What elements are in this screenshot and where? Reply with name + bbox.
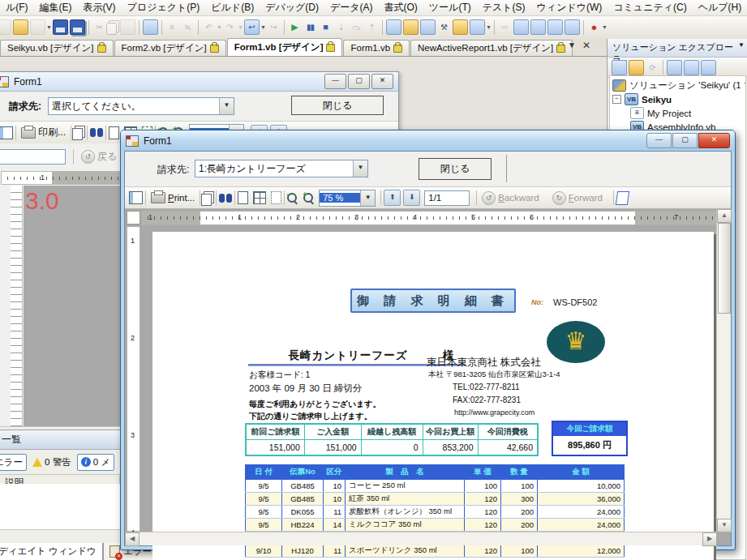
messages-filter-button[interactable]: i0 メ bbox=[77, 454, 114, 471]
zoom-in-icon[interactable]: + bbox=[303, 193, 314, 203]
toc-icon[interactable] bbox=[0, 126, 13, 139]
app-window-titlebar[interactable]: Form1 — ▢ ✕ bbox=[121, 130, 735, 151]
menu-build[interactable]: ビルド(B) bbox=[205, 0, 260, 16]
show-all-files-icon[interactable] bbox=[629, 60, 644, 75]
prev-page-icon[interactable]: ⬆ bbox=[384, 190, 401, 206]
designer-window-titlebar[interactable]: Form1 — ▢ ✕ bbox=[0, 72, 398, 92]
billto-combobox[interactable]: 1:長崎カントリーフーズ ▼ bbox=[195, 160, 368, 177]
menu-view[interactable]: 表示(V) bbox=[78, 0, 122, 16]
minimize-icon[interactable]: — bbox=[324, 74, 346, 89]
page-textbox[interactable]: 1/1 bbox=[424, 190, 470, 206]
chevron-down-icon[interactable]: ▼ bbox=[353, 160, 367, 177]
se-properties-icon[interactable] bbox=[612, 60, 627, 75]
chevron-down-icon[interactable]: ▼ bbox=[219, 98, 234, 114]
window-3-icon[interactable] bbox=[547, 19, 563, 35]
tab-form1-design[interactable]: Form1.vb [デザイン] bbox=[227, 38, 343, 56]
comment-icon[interactable]: ≡ bbox=[165, 20, 179, 34]
undo-caret-icon[interactable]: ▼ bbox=[217, 20, 222, 34]
menu-tools[interactable]: ツール(T) bbox=[423, 0, 477, 16]
navigate-forward-icon[interactable]: ↪ bbox=[267, 20, 281, 34]
step-out-icon[interactable]: ⇡ bbox=[365, 20, 379, 34]
backward-button[interactable]: ↺戻る bbox=[81, 150, 117, 164]
save-icon[interactable] bbox=[53, 19, 68, 35]
backward-button[interactable]: ↺Backward bbox=[479, 190, 542, 206]
scroll-left-icon[interactable]: ◀ bbox=[125, 532, 140, 546]
toc-icon[interactable] bbox=[129, 191, 143, 204]
redo-caret-icon[interactable]: ▼ bbox=[238, 20, 243, 34]
next-page-icon[interactable]: ⬇ bbox=[403, 190, 420, 206]
annotation-icon[interactable] bbox=[616, 191, 629, 205]
close-icon[interactable]: ✕ bbox=[371, 74, 393, 89]
immediate-window-tab[interactable]: ディエイト ウィンドウ bbox=[0, 543, 103, 560]
menu-file[interactable]: ル(F) bbox=[0, 0, 34, 16]
view-class-diagram-icon[interactable] bbox=[701, 60, 716, 75]
minimize-icon[interactable]: — bbox=[646, 133, 672, 148]
scroll-right-icon[interactable]: ▶ bbox=[702, 532, 717, 546]
close-document-icon[interactable]: ✕ bbox=[582, 41, 590, 50]
menu-window[interactable]: ウィンドウ(W) bbox=[531, 0, 608, 16]
cut-icon[interactable]: ✂ bbox=[92, 20, 106, 34]
browse-forward-icon[interactable]: ⇨ bbox=[498, 20, 512, 34]
scroll-thumb[interactable] bbox=[718, 223, 731, 314]
tab-form2-design[interactable]: Form2.vb [デザイン] bbox=[114, 40, 226, 56]
refresh-icon[interactable]: ⟳ bbox=[646, 61, 659, 75]
record-caret-icon[interactable]: ▼ bbox=[602, 20, 607, 34]
immediate-window-icon[interactable] bbox=[470, 19, 485, 35]
single-page-icon[interactable] bbox=[238, 191, 248, 204]
continuous-view-icon[interactable] bbox=[271, 191, 281, 204]
tree-item-solution[interactable]: ソリューション 'Seikyu' (1 プロジ bbox=[612, 79, 745, 92]
errors-filter-button[interactable]: エラー bbox=[0, 454, 27, 471]
window-2-icon[interactable] bbox=[530, 19, 546, 35]
record-macro-icon[interactable]: ● bbox=[587, 20, 601, 34]
scroll-up-icon[interactable]: ▲ bbox=[717, 209, 732, 223]
vertical-scrollbar[interactable]: ▲ ▼ bbox=[716, 209, 731, 532]
start-debug-icon[interactable]: ▶ bbox=[288, 20, 302, 34]
menu-debug[interactable]: デバッグ(D) bbox=[260, 0, 324, 16]
scroll-down-icon[interactable]: ▼ bbox=[717, 519, 732, 532]
warnings-filter-button[interactable]: 0 警告 bbox=[28, 454, 75, 471]
close-icon[interactable]: ✕ bbox=[698, 133, 730, 148]
collapse-icon[interactable]: − bbox=[612, 95, 621, 104]
new-project-icon[interactable] bbox=[0, 19, 11, 35]
toolbox-icon[interactable] bbox=[420, 19, 436, 35]
add-item-caret-icon[interactable]: ▼ bbox=[46, 20, 52, 34]
zoom-combobox[interactable]: 75 % ▼ bbox=[319, 190, 376, 207]
window-1-icon[interactable] bbox=[513, 19, 529, 35]
multi-page-icon[interactable] bbox=[253, 191, 266, 204]
panel-menu-icon[interactable]: ▼ bbox=[738, 41, 745, 57]
zoom-out-icon[interactable]: − bbox=[287, 193, 298, 203]
menu-format[interactable]: 書式(O) bbox=[379, 0, 423, 16]
copy-icon[interactable] bbox=[106, 23, 117, 35]
menu-edit[interactable]: 編集(E) bbox=[34, 0, 78, 16]
save-all-icon[interactable] bbox=[70, 19, 85, 35]
chevron-down-icon[interactable]: ▼ bbox=[360, 190, 375, 206]
find-icon[interactable] bbox=[90, 128, 103, 137]
tools-icon[interactable]: ⚒ bbox=[437, 20, 451, 34]
close-form-button[interactable]: 閉じる bbox=[291, 96, 384, 115]
copy-icon[interactable] bbox=[72, 128, 83, 140]
redo-icon[interactable]: ↷ bbox=[223, 20, 237, 34]
break-icon[interactable]: ▮▮ bbox=[303, 20, 317, 34]
view-designer-icon[interactable] bbox=[684, 60, 699, 75]
menu-project[interactable]: プロジェクト(P) bbox=[122, 0, 206, 16]
tab-list-dropdown-icon[interactable]: ▼ bbox=[568, 41, 576, 50]
stop-debug-icon[interactable]: ■ bbox=[319, 20, 333, 34]
menu-community[interactable]: コミュニティ(C) bbox=[607, 0, 692, 16]
step-into-icon[interactable]: ⇣ bbox=[334, 20, 348, 34]
copy-icon[interactable] bbox=[201, 194, 212, 206]
navigate-back-icon[interactable]: ↩ bbox=[244, 19, 260, 35]
uncomment-icon[interactable]: ≒ bbox=[181, 20, 195, 34]
billto-combobox[interactable]: 選択してください。 ▼ bbox=[48, 97, 234, 115]
horizontal-scrollbar[interactable]: ◀ ▶ bbox=[125, 532, 717, 545]
undo-icon[interactable]: ↶ bbox=[202, 20, 216, 34]
open-file-icon[interactable] bbox=[13, 19, 28, 35]
menu-data[interactable]: データ(A) bbox=[324, 0, 379, 16]
tree-item-myproject[interactable]: ≣ My Project bbox=[612, 106, 745, 120]
page-textbox[interactable] bbox=[0, 149, 66, 165]
find-in-files-icon[interactable] bbox=[143, 19, 158, 35]
toolbar-overflow-icon[interactable]: ▼ bbox=[486, 20, 492, 34]
tab-newactivereport1-design[interactable]: NewActiveReport1.vb [デザイン] bbox=[410, 40, 573, 56]
maximize-icon[interactable]: ▢ bbox=[672, 133, 698, 148]
forward-button[interactable]: ↻Forward bbox=[550, 190, 605, 206]
print-button[interactable]: Print... bbox=[148, 191, 197, 204]
